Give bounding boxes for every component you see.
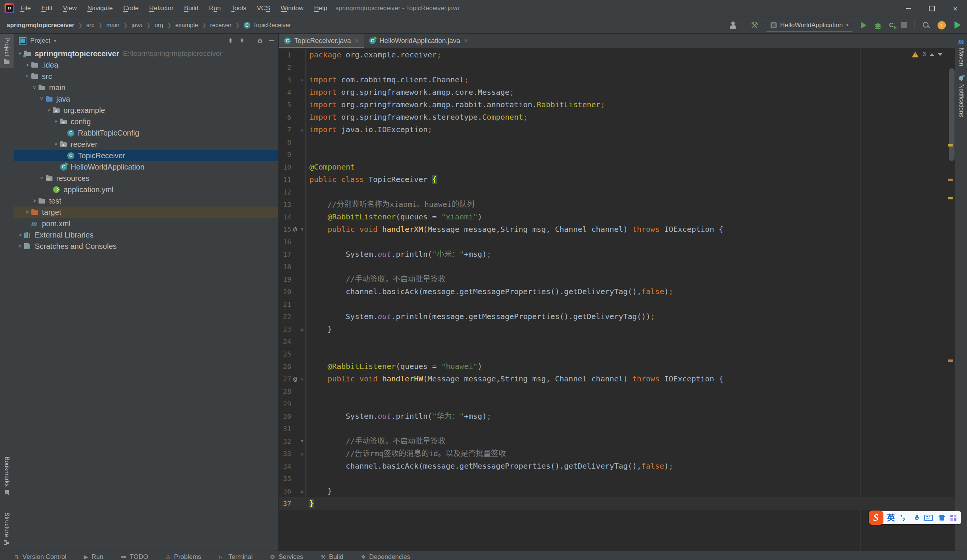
code-line-35[interactable]: 35 [279,473,955,485]
code-line-36[interactable]: 36▵ } [279,485,955,497]
menu-item-code[interactable]: Code [123,5,139,12]
line-number[interactable]: 2 [279,63,291,71]
breadcrumb-item-example[interactable]: example [175,22,198,29]
code-line-33[interactable]: 33▵ //告诉rmq签收的消息的id。以及是否批量签收 [279,448,955,460]
microphone-icon[interactable] [914,515,919,521]
tree-item-src[interactable]: ˅src [13,71,278,82]
line-number[interactable]: 31 [279,425,291,433]
search-everywhere-icon[interactable] [922,21,930,29]
code-line-30[interactable]: 30 System.out.println("华为："+msg); [279,410,955,423]
menu-item-view[interactable]: View [63,5,77,12]
scrollbar-thumb[interactable] [949,68,955,161]
code-line-28[interactable]: 28 [279,385,955,398]
stop-button[interactable] [901,22,907,28]
tab-close-icon[interactable]: × [464,37,468,44]
toolwindow-button-services[interactable]: ⚙Services [270,553,303,560]
tree-item-java[interactable]: ˅java [13,93,278,105]
next-warning-icon[interactable] [938,53,942,56]
code-line-6[interactable]: 6import org.springframework.stereotype.C… [279,111,955,124]
expand-all-icon[interactable]: ⇟ [228,37,233,45]
tree-chevron-icon[interactable]: ˃ [23,62,31,68]
code-line-8[interactable]: 8 [279,136,955,148]
code-line-24[interactable]: 24 [279,335,955,348]
tree-item-scratches-and-consoles[interactable]: ˃Scratches and Consoles [13,240,278,252]
tree-item-receiver[interactable]: ˅receiver [13,138,278,150]
code-line-16[interactable]: 16 [279,236,955,248]
tree-item-rabbittopicconfig[interactable]: CRabbitTopicConfig [13,127,278,138]
fold-end-icon[interactable]: ▵ [299,127,305,133]
menu-item-vcs[interactable]: VCS [257,5,270,12]
ime-language-toggle[interactable]: 英 [887,511,895,524]
line-number[interactable]: 34 [279,462,291,470]
code-line-18[interactable]: 18 [279,260,955,273]
code-line-19[interactable]: 19 //手动签收，不启动批量签收 [279,273,955,285]
breadcrumb-item-receiver[interactable]: receiver [210,22,231,29]
ime-punctuation-toggle[interactable]: ’， [900,511,909,524]
code-line-27[interactable]: 27@▿ public void handlerHW(Message messa… [279,373,955,385]
toolwindow-button-problems[interactable]: ⚠Problems [165,553,201,560]
sidebar-tab-structure[interactable]: Structure [3,509,10,549]
tree-item-org-example[interactable]: ˅org.example [13,105,278,116]
code-line-37[interactable]: 37} [279,497,955,510]
annotation-gutter-icon[interactable]: @ [291,226,299,233]
menu-item-refactor[interactable]: Refactor [149,5,173,12]
code-line-4[interactable]: 4import org.springframework.amqp.core.Me… [279,86,955,99]
line-number[interactable]: 36 [279,487,291,495]
tree-item-target[interactable]: ˃target [13,207,278,218]
menu-item-navigate[interactable]: Navigate [87,5,112,12]
profiler-icon[interactable]: C [889,22,894,29]
code-line-25[interactable]: 25 [279,348,955,360]
tree-chevron-icon[interactable]: ˅ [16,51,24,57]
line-number[interactable]: 23 [279,325,291,333]
tree-item-config[interactable]: ˅config [13,116,278,127]
project-panel-title[interactable]: Project [30,37,50,44]
code-line-1[interactable]: 1package org.example.receiver; [279,49,955,61]
code-line-13[interactable]: 13 //分别监听名称为xiaomi、huawei的队列 [279,198,955,211]
toolwindow-button-build[interactable]: ⚒Build [321,553,343,560]
code-line-29[interactable]: 29 [279,398,955,410]
fold-start-icon[interactable]: ▿ [299,77,305,83]
line-number[interactable]: 10 [279,163,291,171]
line-number[interactable]: 20 [279,288,291,296]
run-configuration-select[interactable]: HelloWorldApplication ▾ [766,19,853,32]
code-line-2[interactable]: 2 [279,61,955,74]
inspection-widget[interactable]: 3 [912,51,942,58]
code-line-7[interactable]: 7▵import java.io.IOException; [279,124,955,136]
tree-chevron-icon[interactable]: ˅ [37,96,46,102]
tree-chevron-icon[interactable]: ˅ [30,85,38,91]
tree-item-helloworldapplication[interactable]: CHelloWorldApplication [13,161,278,173]
line-number[interactable]: 37 [279,499,291,507]
settings-gear-icon[interactable]: ⚙ [257,37,263,45]
toolbox-grid-icon[interactable] [950,515,956,521]
line-number[interactable]: 33 [279,450,291,458]
toolwindow-button-version-control[interactable]: ⇅Version Control [14,553,66,560]
tree-chevron-icon[interactable]: ˅ [52,119,60,125]
line-number[interactable]: 21 [279,300,291,308]
skin-icon[interactable] [938,515,945,521]
code-line-22[interactable]: 22 System.out.println(message.getMessage… [279,310,955,323]
sidebar-tab-notifications[interactable]: Notifications [955,71,967,122]
annotation-gutter-icon[interactable]: @ [291,376,299,382]
users-button[interactable]: ▾ [729,21,735,29]
breadcrumb-item-java[interactable]: java [132,22,142,29]
code-editor[interactable]: 1package org.example.receiver;23▿import … [279,48,955,550]
fold-end-icon[interactable]: ▵ [299,326,305,332]
tree-chevron-icon[interactable]: ˃ [30,198,38,204]
line-number[interactable]: 6 [279,113,291,121]
line-number[interactable]: 28 [279,387,291,395]
code-line-11[interactable]: 11public class TopicReceiver { [279,173,955,186]
fold-start-icon[interactable]: ▿ [299,376,305,382]
code-line-26[interactable]: 26 @RabbitListener(queues = "huawei") [279,360,955,373]
tree-chevron-icon[interactable]: ˃ [16,243,24,249]
code-line-17[interactable]: 17 System.out.println("小米："+msg); [279,248,955,260]
line-number[interactable]: 5 [279,101,291,109]
fold-start-icon[interactable]: ▿ [299,227,305,232]
tree-chevron-icon[interactable]: ˃ [16,232,24,238]
update-icon[interactable]: ↑ [937,21,946,30]
maximize-button[interactable] [920,0,944,16]
tree-item-application-yml[interactable]: application.yml [13,184,278,195]
toolwindow-button-run[interactable]: ▶Run [84,553,104,560]
line-number[interactable]: 35 [279,475,291,483]
close-button[interactable]: × [944,0,967,16]
code-line-12[interactable]: 12 [279,186,955,198]
